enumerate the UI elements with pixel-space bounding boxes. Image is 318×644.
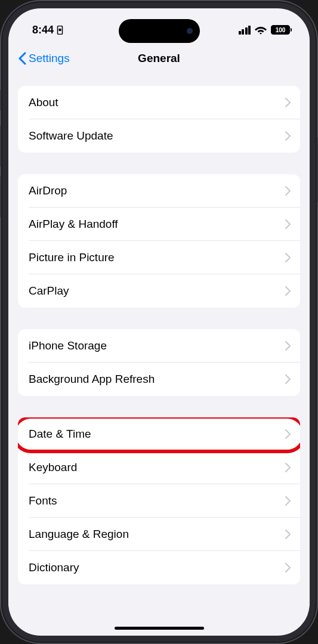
settings-row-iphone-storage[interactable]: iPhone Storage [18, 329, 300, 363]
chevron-right-icon [285, 496, 291, 506]
svg-rect-1 [58, 29, 61, 31]
chevron-right-icon [285, 341, 291, 351]
front-camera-icon [187, 28, 193, 34]
settings-row-airdrop[interactable]: AirDrop [18, 174, 300, 208]
row-label: Keyboard [29, 461, 77, 474]
settings-row-fonts[interactable]: Fonts [18, 484, 300, 518]
chevron-right-icon [285, 374, 291, 384]
chevron-right-icon [285, 131, 291, 141]
settings-row-date-time[interactable]: Date & Time [18, 417, 300, 451]
row-label: iPhone Storage [29, 339, 107, 352]
row-label: Date & Time [29, 428, 91, 441]
page-title: General [138, 52, 180, 65]
chevron-right-icon [285, 463, 291, 472]
silence-switch [0, 89, 1, 111]
settings-row-carplay[interactable]: CarPlay [18, 274, 300, 308]
chevron-right-icon [285, 563, 291, 572]
dynamic-island [119, 19, 200, 43]
chevron-right-icon [285, 286, 291, 296]
chevron-right-icon [285, 219, 291, 229]
row-label: Dictionary [29, 561, 79, 574]
row-label: Language & Region [29, 528, 129, 541]
status-right: 100 [239, 25, 292, 35]
back-button[interactable]: Settings [18, 52, 70, 65]
row-label: AirDrop [29, 184, 67, 197]
back-label: Settings [29, 52, 70, 65]
status-left: 8:44 [32, 24, 63, 36]
battery-icon: 100 [271, 25, 292, 35]
row-label: Fonts [29, 494, 57, 507]
settings-row-software-update[interactable]: Software Update [18, 119, 300, 153]
clock: 8:44 [32, 24, 54, 36]
settings-group: AboutSoftware Update [18, 86, 300, 153]
chevron-left-icon [18, 52, 26, 65]
settings-group: AirDropAirPlay & HandoffPicture in Pictu… [18, 174, 300, 308]
row-label: Background App Refresh [29, 373, 155, 386]
battery-percent: 100 [271, 25, 290, 35]
settings-row-keyboard[interactable]: Keyboard [18, 451, 300, 484]
row-label: AirPlay & Handoff [29, 218, 118, 231]
settings-row-dictionary[interactable]: Dictionary [18, 551, 300, 584]
row-label: About [29, 96, 58, 109]
settings-row-picture-in-picture[interactable]: Picture in Picture [18, 241, 300, 274]
chevron-right-icon [285, 530, 291, 539]
chevron-right-icon [285, 186, 291, 196]
settings-row-language-region[interactable]: Language & Region [18, 518, 300, 551]
settings-group: Date & TimeKeyboardFontsLanguage & Regio… [18, 417, 300, 584]
home-indicator[interactable] [115, 627, 204, 630]
volume-up-button [0, 125, 1, 167]
chevron-right-icon [285, 429, 291, 439]
settings-row-about[interactable]: About [18, 86, 300, 119]
navigation-bar: Settings General [8, 44, 310, 73]
chevron-right-icon [285, 98, 291, 107]
row-label: Software Update [29, 129, 113, 143]
settings-row-airplay-handoff[interactable]: AirPlay & Handoff [18, 208, 300, 241]
chevron-right-icon [285, 253, 291, 262]
volume-down-button [0, 176, 1, 218]
rotation-lock-icon [56, 25, 63, 35]
wifi-icon [255, 25, 267, 35]
cellular-signal-icon [239, 26, 251, 35]
settings-group: iPhone StorageBackground App Refresh [18, 329, 300, 396]
row-label: CarPlay [29, 284, 69, 298]
row-label: Picture in Picture [29, 251, 115, 264]
settings-row-background-app-refresh[interactable]: Background App Refresh [18, 363, 300, 396]
phone-screen: 8:44 100 [8, 8, 310, 636]
settings-content[interactable]: AboutSoftware UpdateAirDropAirPlay & Han… [8, 73, 310, 584]
phone-frame: 8:44 100 [0, 0, 318, 644]
